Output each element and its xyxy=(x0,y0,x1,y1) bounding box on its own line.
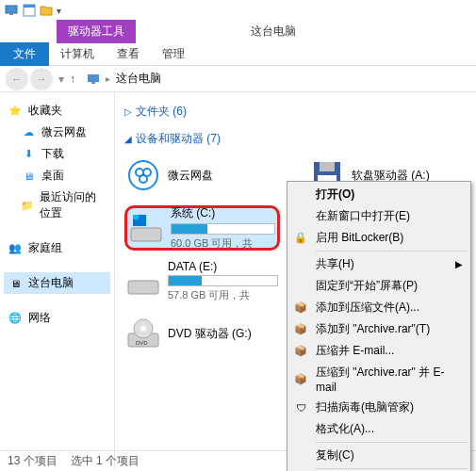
homegroup-icon: 👥 xyxy=(8,241,23,256)
drive-label: 微云网盘 xyxy=(168,168,278,184)
back-button[interactable]: ← xyxy=(6,68,28,90)
window-title: 这台电脑 xyxy=(239,20,307,43)
forward-button[interactable]: → xyxy=(30,68,53,90)
file-menu[interactable]: 文件 xyxy=(0,42,49,66)
view-menu[interactable]: 查看 xyxy=(106,42,151,66)
winrar-icon: 📦 xyxy=(293,300,308,316)
dvd-icon: DVD xyxy=(126,317,160,350)
history-dropdown-icon[interactable]: ▾ xyxy=(58,73,64,86)
sidebar-thispc-label: 这台电脑 xyxy=(28,275,74,291)
ctx-add-archive[interactable]: 📦添加到 "Archive.rar"(T) xyxy=(289,318,468,340)
address-bar: ← → ▾ ↑ ▸ 这台电脑 xyxy=(0,66,476,92)
download-icon: ⬇ xyxy=(21,147,36,162)
computer-icon: 🖥 xyxy=(8,276,23,291)
chevron-right-icon: ▷ xyxy=(124,106,132,117)
svg-point-9 xyxy=(140,175,147,183)
drive-label: DATA (E:) xyxy=(168,260,278,273)
svg-rect-1 xyxy=(9,13,13,15)
status-selected-count: 选中 1 个项目 xyxy=(71,453,140,469)
ctx-share[interactable]: 共享(H)▶ xyxy=(289,253,468,275)
svg-rect-0 xyxy=(6,6,17,13)
weiyun-icon xyxy=(126,158,160,192)
manage-menu[interactable]: 管理 xyxy=(151,42,196,66)
drive-weiyun[interactable]: 微云网盘 xyxy=(124,153,280,198)
ctx-open[interactable]: 打开(O) xyxy=(289,184,468,205)
status-item-count: 13 个项目 xyxy=(8,453,57,469)
sidebar-item-weiyun[interactable]: ☁ 微云网盘 xyxy=(4,122,110,143)
chevron-down-icon: ◢ xyxy=(124,134,132,144)
sidebar-item-label: 最近访问的位置 xyxy=(40,189,107,221)
svg-rect-13 xyxy=(131,228,161,241)
title-bar: ▾ xyxy=(0,0,476,21)
cloud-icon: ☁ xyxy=(21,125,36,140)
drive-sublabel: 57.8 GB 可用，共 xyxy=(168,288,278,302)
sidebar-favorites-label: 收藏夹 xyxy=(28,103,62,119)
qat-dropdown-icon[interactable]: ▾ xyxy=(57,6,61,16)
devices-section-header[interactable]: ◢ 设备和驱动器 (7) xyxy=(124,125,467,153)
ctx-scan-virus[interactable]: 🛡扫描病毒(电脑管家) xyxy=(289,397,468,418)
drive-dvd-g[interactable]: DVD DVD 驱动器 (G:) xyxy=(124,311,280,356)
drive-icon xyxy=(129,211,163,245)
qat-new-folder-icon[interactable] xyxy=(40,4,53,17)
recent-icon: 📁 xyxy=(21,198,34,213)
winrar-icon: 📦 xyxy=(293,344,308,359)
sidebar-item-recent[interactable]: 📁 最近访问的位置 xyxy=(4,187,110,224)
ctx-format[interactable]: 格式化(A)... xyxy=(289,418,468,440)
breadcrumb[interactable]: ▸ 这台电脑 xyxy=(87,71,161,87)
separator xyxy=(316,251,468,252)
winrar-icon: 📦 xyxy=(293,372,308,387)
sidebar-item-desktop[interactable]: 🖥 桌面 xyxy=(4,165,110,187)
separator xyxy=(316,442,468,443)
separator xyxy=(316,468,468,469)
svg-rect-4 xyxy=(88,74,99,82)
svg-rect-3 xyxy=(24,5,35,8)
ctx-open-new-window[interactable]: 在新窗口中打开(E) xyxy=(289,205,468,227)
svg-rect-5 xyxy=(91,82,95,84)
desktop-icon: 🖥 xyxy=(21,169,36,184)
drive-sublabel: 60.0 GB 可用，共 xyxy=(171,236,275,251)
qat-properties-icon[interactable] xyxy=(23,4,36,17)
sidebar-item-label: 微云网盘 xyxy=(41,124,87,140)
ribbon-context-row: 驱动器工具 这台电脑 xyxy=(0,21,476,43)
ctx-pin-start[interactable]: 固定到“开始”屏幕(P) xyxy=(289,275,468,297)
star-icon: ⭐ xyxy=(8,104,23,119)
sidebar-item-label: 下载 xyxy=(41,146,64,162)
chevron-right-icon: ▶ xyxy=(455,259,463,269)
folders-header-label: 文件夹 (6) xyxy=(136,104,187,120)
shield-icon: 🛡 xyxy=(293,400,308,415)
up-button[interactable]: ↑ xyxy=(70,73,75,86)
menu-bar: 文件 计算机 查看 管理 xyxy=(0,43,476,66)
ctx-compress-archive-email[interactable]: 📦压缩到 "Archive.rar" 并 E-mail xyxy=(289,362,468,397)
svg-text:DVD: DVD xyxy=(136,340,148,346)
sidebar-network[interactable]: 🌐 网络 xyxy=(4,307,110,329)
devices-header-label: 设备和驱动器 (7) xyxy=(136,131,221,147)
sidebar-thispc[interactable]: 🖥 这台电脑 xyxy=(4,272,110,294)
app-icon xyxy=(4,3,19,18)
sidebar-homegroup-label: 家庭组 xyxy=(28,240,62,256)
svg-rect-15 xyxy=(133,215,139,219)
svg-rect-11 xyxy=(320,162,335,171)
drive-system-c[interactable]: 系统 (C:) 60.0 GB 可用，共 xyxy=(124,205,280,251)
sidebar-item-label: 桌面 xyxy=(41,168,64,184)
computer-menu[interactable]: 计算机 xyxy=(49,42,106,66)
drive-data-e[interactable]: DATA (E:) 57.8 GB 可用，共 xyxy=(124,258,280,303)
ctx-copy[interactable]: 复制(C) xyxy=(289,445,468,466)
storage-bar xyxy=(171,223,275,235)
ribbon-context-drive-tools[interactable]: 驱动器工具 xyxy=(57,20,136,43)
ctx-bitlocker[interactable]: 🔒启用 BitLocker(B) xyxy=(289,227,468,249)
winrar-icon: 📦 xyxy=(293,322,308,337)
breadcrumb-location[interactable]: 这台电脑 xyxy=(116,71,161,87)
sidebar-homegroup[interactable]: 👥 家庭组 xyxy=(4,237,110,259)
ctx-compress-email[interactable]: 📦压缩并 E-mail... xyxy=(289,340,468,362)
bitlocker-icon: 🔒 xyxy=(293,231,308,246)
ctx-add-compress[interactable]: 📦添加到压缩文件(A)... xyxy=(289,297,468,318)
drive-label: 系统 (C:) xyxy=(171,205,275,221)
drive-icon xyxy=(126,264,160,298)
folders-section-header[interactable]: ▷ 文件夹 (6) xyxy=(124,98,467,125)
sidebar-network-label: 网络 xyxy=(28,310,51,326)
sidebar-item-downloads[interactable]: ⬇ 下载 xyxy=(4,143,110,165)
network-icon: 🌐 xyxy=(8,311,23,326)
navigation-pane: ⭐ 收藏夹 ☁ 微云网盘 ⬇ 下载 🖥 桌面 📁 最近访问的位置 👥 xyxy=(0,92,115,469)
svg-rect-17 xyxy=(128,281,158,294)
sidebar-favorites[interactable]: ⭐ 收藏夹 xyxy=(4,100,110,122)
